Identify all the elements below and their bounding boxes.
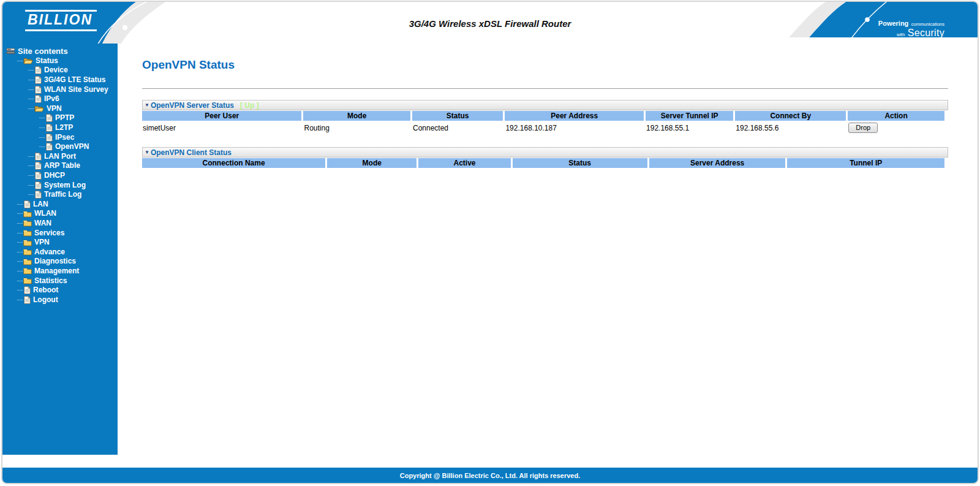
column-header-action: Action bbox=[848, 111, 944, 121]
sidebar-item-3g-4g-lte-status[interactable]: 3G/4G LTE Status bbox=[2, 75, 118, 85]
sidebar-item-device[interactable]: Device bbox=[2, 66, 118, 75]
tree-connector-line bbox=[17, 223, 23, 224]
sidebar-tree: Site contentsStatusDevice3G/4G LTE Statu… bbox=[2, 47, 118, 305]
sidebar-item-services[interactable]: Services bbox=[2, 228, 118, 238]
up-link[interactable]: [ Up ] bbox=[240, 101, 259, 110]
sidebar-item-label: Traffic Log bbox=[44, 190, 81, 199]
body: Site contentsStatusDevice3G/4G LTE Statu… bbox=[2, 44, 978, 455]
sidebar-item-label: OpenVPN bbox=[55, 142, 89, 151]
sidebar-item-openvpn[interactable]: OpenVPN bbox=[2, 142, 118, 152]
sidebar-item-label: Reboot bbox=[33, 286, 58, 295]
sidebar-item-label: Statistics bbox=[34, 276, 67, 286]
tree-connector-line bbox=[28, 80, 34, 80]
sidebar-item-label: Advance bbox=[34, 248, 65, 257]
footer: Copyright @ Billion Electric Co., Ltd. A… bbox=[2, 468, 978, 483]
sidebar-item-wan[interactable]: WAN bbox=[2, 219, 118, 229]
folder-open-icon bbox=[23, 57, 33, 64]
tree-connector-line bbox=[17, 281, 23, 281]
cell-mode: Routing bbox=[303, 121, 410, 135]
column-header-peer-user: Peer User bbox=[142, 111, 301, 121]
title-divider bbox=[142, 88, 948, 89]
page-icon bbox=[23, 296, 31, 304]
table-header-row: Peer UserModeStatusPeer AddressServer Tu… bbox=[142, 111, 944, 121]
drop-button[interactable]: Drop bbox=[848, 123, 878, 133]
sidebar-item-vpn[interactable]: VPN bbox=[2, 104, 118, 114]
sidebar-item-ipv6[interactable]: IPv6 bbox=[2, 94, 118, 104]
cell-peer-address: 192.168.10.187 bbox=[505, 121, 644, 135]
tree-connector-line bbox=[28, 175, 34, 176]
main-content: OpenVPN Status ▼OpenVPN Server Status[ U… bbox=[118, 44, 978, 455]
footer-gap bbox=[2, 455, 978, 468]
sidebar-item-management[interactable]: Management bbox=[2, 267, 118, 276]
page-icon bbox=[23, 286, 31, 294]
computer-icon bbox=[6, 48, 15, 55]
folder-closed-icon bbox=[23, 267, 32, 275]
sidebar-item-label: PPTP bbox=[55, 113, 74, 123]
cell-server-tunnel-ip: 192.168.55.1 bbox=[646, 121, 733, 135]
folder-closed-icon bbox=[23, 210, 32, 218]
tree-connector-line bbox=[17, 61, 23, 61]
column-header-peer-address: Peer Address bbox=[505, 111, 644, 121]
sidebar-item-lan[interactable]: LAN bbox=[2, 200, 118, 210]
folder-open-icon bbox=[34, 105, 44, 112]
sidebar-item-site-contents[interactable]: Site contents bbox=[2, 47, 118, 56]
column-header-mode: Mode bbox=[303, 111, 410, 121]
sidebar-item-diagnostics[interactable]: Diagnostics bbox=[2, 257, 118, 267]
sidebar-item-dhcp[interactable]: DHCP bbox=[2, 171, 118, 181]
status-table-openvpn-server-status: Peer UserModeStatusPeer AddressServer Tu… bbox=[140, 110, 946, 135]
sidebar-item-arp-table[interactable]: ARP Table bbox=[2, 161, 118, 171]
sidebar-item-l2tp[interactable]: L2TP bbox=[2, 123, 118, 133]
folder-closed-icon bbox=[23, 239, 32, 246]
sidebar-item-wlan-site-survey[interactable]: WLAN Site Survey bbox=[2, 85, 118, 94]
page-icon bbox=[34, 181, 42, 189]
sidebar-item-label: LAN Port bbox=[44, 152, 76, 161]
sidebar-item-system-log[interactable]: System Log bbox=[2, 180, 118, 190]
tree-connector-line bbox=[17, 290, 23, 290]
sidebar-item-ipsec[interactable]: IPsec bbox=[2, 132, 118, 142]
sidebar-item-label: IPsec bbox=[55, 133, 74, 142]
tree-connector-line bbox=[17, 300, 23, 300]
sidebar-item-logout[interactable]: Logout bbox=[2, 295, 118, 305]
sidebar-item-lan-port[interactable]: LAN Port bbox=[2, 152, 118, 162]
sidebar-item-status[interactable]: Status bbox=[2, 56, 118, 66]
sidebar-item-statistics[interactable]: Statistics bbox=[2, 276, 118, 286]
section-openvpn-server-status: ▼OpenVPN Server Status[ Up ]Peer UserMod… bbox=[142, 100, 948, 135]
collapse-triangle-icon: ▼ bbox=[145, 103, 149, 108]
column-header-tunnel-ip: Tunnel IP bbox=[787, 158, 944, 168]
page-icon bbox=[34, 76, 42, 84]
sidebar-item-label: WLAN Site Survey bbox=[44, 85, 108, 94]
sidebar-item-label: Services bbox=[34, 229, 64, 238]
page-icon bbox=[45, 114, 53, 122]
status-table-openvpn-client-status: Connection NameModeActiveStatusServer Ad… bbox=[140, 158, 946, 169]
tree-connector-line bbox=[28, 156, 34, 157]
cell-status: Connected bbox=[412, 121, 503, 135]
page-icon bbox=[34, 86, 42, 94]
column-header-status: Status bbox=[513, 158, 647, 168]
tree-connector-line bbox=[28, 99, 34, 99]
sidebar-item-label: DHCP bbox=[44, 171, 65, 180]
sidebar-item-traffic-log[interactable]: Traffic Log bbox=[2, 190, 118, 200]
page-icon bbox=[34, 66, 42, 74]
tagline-security: Security bbox=[908, 28, 944, 38]
folder-closed-icon bbox=[23, 219, 32, 227]
tree-connector-line bbox=[17, 252, 23, 252]
sidebar-item-vpn[interactable]: VPN bbox=[2, 238, 118, 248]
tagline-powering: Powering bbox=[878, 20, 909, 27]
section-openvpn-client-status: ▼OpenVPN Client StatusConnection NameMod… bbox=[142, 147, 948, 169]
page-icon bbox=[34, 172, 42, 180]
sidebar-item-wlan[interactable]: WLAN bbox=[2, 209, 118, 219]
tree-connector-line bbox=[17, 242, 23, 243]
sidebar-item-reboot[interactable]: Reboot bbox=[2, 286, 118, 295]
header: BILLION 3G/4G Wireless xDSL Firewall Rou… bbox=[2, 2, 978, 44]
sidebar-item-pptp[interactable]: PPTP bbox=[2, 113, 118, 123]
section-header-bar: ▼OpenVPN Server Status[ Up ] bbox=[142, 100, 948, 110]
tree-connector-line bbox=[39, 137, 45, 138]
copyright-text: Copyright @ Billion Electric Co., Ltd. A… bbox=[400, 472, 581, 479]
sidebar-navigation-tree: Site contentsStatusDevice3G/4G LTE Statu… bbox=[2, 44, 118, 455]
sidebar-item-label: WAN bbox=[34, 219, 51, 228]
tree-connector-line bbox=[28, 185, 34, 186]
page-icon bbox=[45, 124, 53, 132]
section-title: OpenVPN Client Status bbox=[151, 148, 232, 157]
cell-peer-user: simetUser bbox=[142, 121, 301, 135]
sidebar-item-advance[interactable]: Advance bbox=[2, 247, 118, 257]
